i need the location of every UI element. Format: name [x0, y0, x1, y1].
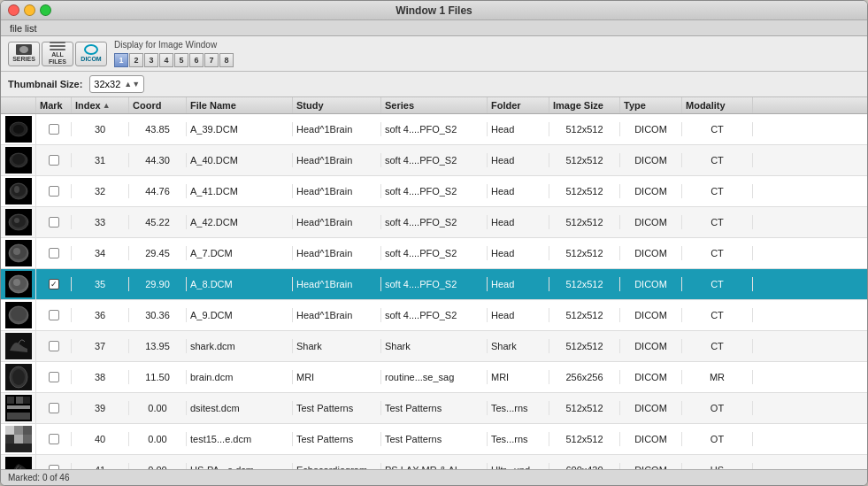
svg-rect-42 — [5, 444, 32, 452]
allfiles-button[interactable]: ALL FILES — [42, 42, 73, 66]
folder-cell: MRI — [488, 370, 549, 384]
folder-cell: Head — [488, 122, 549, 136]
checkbox-cell[interactable] — [36, 339, 72, 353]
col-modality[interactable]: Modality — [682, 97, 753, 113]
tab-3[interactable]: 3 — [144, 53, 158, 67]
thumb-cell — [1, 362, 36, 392]
table-row[interactable]: 40 0.00 test15...e.dcm Test Patterns Tes… — [1, 424, 867, 455]
status-bar: Marked: 0 of 46 — [1, 469, 867, 485]
tab-1[interactable]: 1 — [114, 53, 128, 67]
row-checkbox[interactable] — [49, 310, 59, 320]
thumb-cell — [1, 424, 36, 454]
table-row[interactable]: 34 29.45 A_7.DCM Head^1Brain soft 4....P… — [1, 238, 867, 269]
row-checkbox-checked[interactable] — [49, 279, 59, 289]
dicom-button[interactable]: DICOM — [75, 42, 107, 66]
thumbnail-size-label: Thumbnail Size: — [8, 79, 82, 89]
table-body: 30 43.85 A_39.DCM Head^1Brain soft 4....… — [1, 114, 867, 469]
checkbox-cell[interactable] — [36, 463, 72, 469]
row-checkbox[interactable] — [49, 217, 59, 228]
col-series[interactable]: Series — [381, 97, 488, 113]
svg-rect-38 — [23, 426, 32, 435]
index-cell: 37 — [72, 339, 129, 353]
row-checkbox[interactable] — [49, 155, 59, 166]
index-cell: 39 — [72, 401, 129, 415]
table-row[interactable]: 33 45.22 A_42.DCM Head^1Brain soft 4....… — [1, 207, 867, 238]
tab-5[interactable]: 5 — [174, 53, 188, 67]
svg-rect-41 — [23, 435, 32, 444]
table-row[interactable]: 32 44.76 A_41.DCM Head^1Brain soft 4....… — [1, 176, 867, 207]
row-checkbox[interactable] — [49, 124, 59, 135]
col-folder[interactable]: Folder — [488, 97, 549, 113]
tab-7[interactable]: 7 — [204, 53, 219, 67]
svg-rect-39 — [5, 435, 14, 444]
index-cell: 33 — [72, 215, 129, 229]
col-study[interactable]: Study — [293, 97, 381, 113]
table-row[interactable]: 39 0.00 dsitest.dcm Test Patterns Test P… — [1, 393, 867, 424]
row-checkbox[interactable] — [49, 248, 59, 258]
table-row-selected[interactable]: 35 29.90 A_8.DCM Head^1Brain soft 4....P… — [1, 269, 867, 300]
thumbnail-image — [5, 426, 32, 452]
index-cell: 34 — [72, 246, 129, 260]
row-checkbox[interactable] — [49, 403, 59, 413]
series-button[interactable]: SERIES — [8, 42, 40, 66]
type-cell: DICOM — [620, 277, 682, 291]
size-cell: 512x512 — [549, 153, 620, 167]
row-checkbox[interactable] — [49, 372, 59, 382]
col-mark[interactable]: Mark — [36, 97, 72, 113]
col-filename[interactable]: File Name — [187, 97, 293, 113]
col-index[interactable]: Index ▲ — [72, 97, 129, 113]
maximize-button[interactable] — [40, 4, 51, 16]
series-cell: soft 4....PFO_S2 — [381, 246, 488, 260]
svg-rect-33 — [7, 405, 30, 409]
study-cell: Echocardiogram — [293, 463, 381, 469]
row-checkbox[interactable] — [49, 341, 59, 351]
minimize-button[interactable] — [24, 4, 35, 16]
file-table: Mark Index ▲ Coord File Name Study Serie… — [1, 97, 867, 469]
coord-cell: 0.00 — [129, 463, 187, 469]
folder-cell: Tes...rns — [488, 432, 549, 446]
index-cell: 30 — [72, 122, 129, 136]
col-type[interactable]: Type — [620, 97, 682, 113]
checkbox-cell[interactable] — [36, 215, 72, 229]
filename-cell: shark.dcm — [187, 339, 293, 353]
table-row[interactable]: 30 43.85 A_39.DCM Head^1Brain soft 4....… — [1, 114, 867, 145]
thumbnail-image — [5, 178, 32, 204]
thumbnail-image — [5, 302, 32, 328]
thumbnail-size-select[interactable]: 32x32 ▲▼ — [89, 75, 144, 93]
index-cell: 31 — [72, 153, 129, 167]
index-cell: 32 — [72, 184, 129, 198]
checkbox-cell[interactable] — [36, 246, 72, 260]
checkbox-cell[interactable] — [36, 277, 72, 291]
checkbox-cell[interactable] — [36, 153, 72, 167]
row-checkbox[interactable] — [49, 434, 59, 444]
table-row[interactable]: 31 44.30 A_40.DCM Head^1Brain soft 4....… — [1, 145, 867, 176]
checkbox-cell[interactable] — [36, 370, 72, 384]
table-row[interactable]: 38 11.50 brain.dcm MRI routine...se_sag … — [1, 362, 867, 393]
series-cell: soft 4....PFO_S2 — [381, 184, 488, 198]
series-cell: soft 4....PFO_S2 — [381, 215, 488, 229]
menu-file-list[interactable]: file list — [4, 22, 42, 35]
checkbox-cell[interactable] — [36, 401, 72, 415]
title-bar: Window 1 Files — [1, 1, 867, 20]
checkbox-cell[interactable] — [36, 184, 72, 198]
checkbox-cell[interactable] — [36, 122, 72, 136]
checkbox-cell[interactable] — [36, 432, 72, 446]
tab-6[interactable]: 6 — [189, 53, 204, 67]
tab-2[interactable]: 2 — [129, 53, 143, 67]
checkbox-cell[interactable] — [36, 308, 72, 322]
status-text: Marked: 0 of 46 — [8, 473, 69, 482]
type-cell: DICOM — [620, 153, 682, 167]
type-cell: DICOM — [620, 184, 682, 198]
tab-8[interactable]: 8 — [219, 53, 234, 67]
row-checkbox[interactable] — [49, 186, 59, 197]
table-row[interactable]: 37 13.95 shark.dcm Shark Shark Shark 512… — [1, 331, 867, 362]
table-row[interactable]: 36 30.36 A_9.DCM Head^1Brain soft 4....P… — [1, 300, 867, 331]
col-imagesize[interactable]: Image Size — [549, 97, 620, 113]
type-cell: DICOM — [620, 122, 682, 136]
table-row[interactable]: 41 0.00 US-PA...o.dcm Echocardiogram PS … — [1, 455, 867, 469]
tab-4[interactable]: 4 — [159, 53, 173, 67]
thumb-cell — [1, 176, 36, 206]
col-coord[interactable]: Coord — [129, 97, 187, 113]
close-button[interactable] — [8, 4, 19, 16]
thumbnail-row: Thumbnail Size: 32x32 ▲▼ — [1, 72, 867, 97]
